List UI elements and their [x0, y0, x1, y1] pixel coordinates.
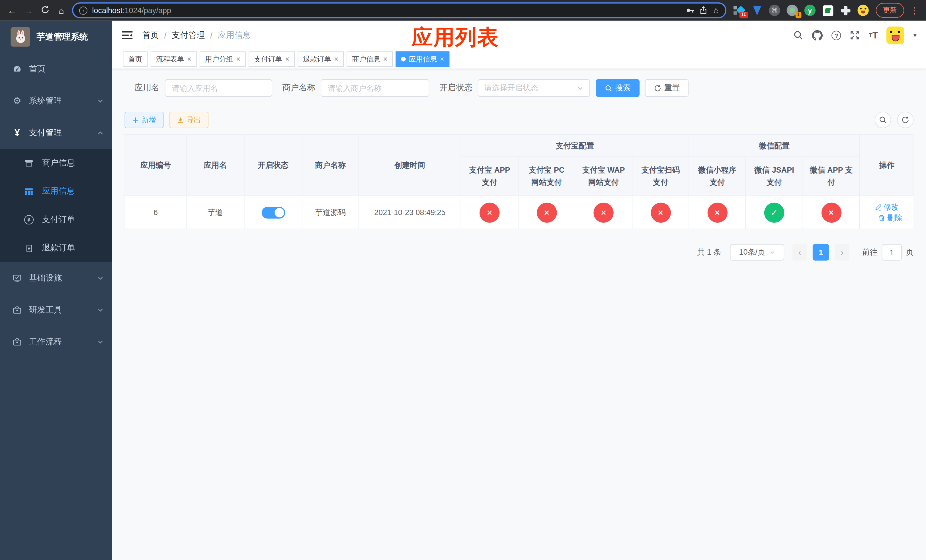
close-tab-icon[interactable]: × [236, 55, 241, 63]
sidebar-item-label: 基础设施 [29, 273, 97, 283]
current-page-button[interactable]: 1 [813, 244, 829, 260]
close-tab-icon[interactable]: × [285, 55, 290, 63]
cell-app-id: 6 [125, 196, 186, 229]
col-wechat-jsapi: 微信 JSAPI 支付 [746, 156, 803, 196]
sidebar-item-app-info[interactable]: 应用信息 [0, 177, 112, 206]
chevron-up-icon [97, 129, 104, 136]
close-tab-icon[interactable]: × [383, 55, 387, 63]
sidebar-item-label: 商户信息 [42, 158, 104, 168]
font-size-icon[interactable]: TT [869, 30, 878, 40]
close-tab-icon[interactable]: × [187, 55, 191, 63]
merchant-name-input[interactable] [321, 79, 430, 97]
status-select[interactable]: 请选择开启状态 [478, 79, 590, 97]
url-text: localhost:1024/pay/app [92, 6, 681, 15]
extensions-emoji-icon[interactable] [857, 5, 869, 16]
status-toggle[interactable] [262, 206, 285, 218]
goto-page-input[interactable] [882, 244, 902, 260]
chevron-down-icon [97, 275, 104, 282]
tab-home[interactable]: 首页 [123, 51, 147, 67]
app-name-input[interactable] [165, 79, 272, 97]
github-icon[interactable] [812, 30, 823, 41]
browser-menu-icon[interactable]: ⋮ [909, 5, 920, 16]
goto-suffix: 页 [906, 247, 914, 257]
col-alipay-wap: 支付宝 WAP 网站支付 [575, 156, 632, 196]
app-logo[interactable]: 芋道管理系统 [0, 21, 112, 53]
sidebar-item-infrastructure[interactable]: 基础设施 [0, 262, 112, 294]
col-app-name: 应用名 [186, 135, 244, 196]
breadcrumb-home[interactable]: 首页 [142, 30, 159, 41]
sidebar-item-payment-management[interactable]: ¥支付管理 [0, 117, 112, 149]
sidebar-item-workflow[interactable]: 工作流程 [0, 326, 112, 358]
add-button[interactable]: 新增 [125, 112, 164, 128]
tab-label: 退款订单 [303, 54, 331, 64]
close-tab-icon[interactable]: × [440, 55, 444, 63]
page-size-select[interactable]: 10条/页 [730, 244, 784, 260]
browser-home-icon[interactable]: ⌂ [56, 5, 67, 15]
status-cross-icon: × [536, 202, 557, 222]
sidebar-item-merchant-info[interactable]: 商户信息 [0, 149, 112, 177]
extensions-bar: 10 ⌘ 1 y [731, 5, 872, 16]
tab-label: 商户信息 [352, 54, 380, 64]
status-check-icon: ✓ [764, 202, 784, 222]
browser-update-button[interactable]: 更新 [876, 3, 904, 18]
sidebar-collapse-icon[interactable] [122, 30, 133, 41]
sidebar-item-home[interactable]: 首页 [0, 53, 112, 85]
tab-process-form[interactable]: 流程表单× [151, 51, 197, 67]
sidebar-item-dev-tools[interactable]: 研发工具 [0, 294, 112, 326]
extensions-puzzle-icon[interactable] [840, 5, 851, 16]
tab-refund-order[interactable]: 退款订单× [298, 51, 344, 67]
next-page-button[interactable]: › [835, 244, 849, 260]
extensions-kite-icon[interactable] [751, 5, 762, 16]
fullscreen-icon[interactable] [850, 30, 860, 40]
help-icon[interactable]: ? [832, 30, 841, 40]
cell-actions: 修改 删除 [859, 196, 914, 229]
document-icon [24, 244, 34, 253]
tab-user-group[interactable]: 用户分组× [200, 51, 246, 67]
extensions-command-icon[interactable]: ⌘ [769, 5, 780, 16]
browser-back-icon[interactable]: ← [6, 5, 18, 15]
tab-label: 用户分组 [205, 54, 233, 64]
sidebar-item-label: 工作流程 [29, 337, 97, 347]
avatar-caret-icon[interactable]: ▾ [913, 31, 916, 39]
yen-circle-icon: ¥ [24, 215, 34, 224]
extensions-diamond-icon[interactable]: 10 [734, 5, 744, 16]
breadcrumb-app-info: 应用信息 [218, 30, 251, 41]
breadcrumb-payment[interactable]: 支付管理 [172, 30, 205, 41]
store-icon [24, 158, 34, 168]
app-table: 应用编号 应用名 开启状态 商户名称 创建时间 支付宝配置 微信配置 操作 支付… [125, 134, 914, 229]
col-alipay-app: 支付宝 APP 支付 [461, 156, 518, 196]
user-avatar[interactable] [887, 26, 904, 44]
delete-button[interactable]: 删除 [878, 212, 902, 223]
close-tab-icon[interactable]: × [334, 55, 339, 63]
status-cross-icon: × [593, 202, 614, 222]
extensions-record-icon[interactable]: 1 [787, 5, 798, 16]
prev-page-button[interactable]: ‹ [793, 244, 807, 260]
search-icon[interactable] [793, 30, 803, 40]
search-button[interactable]: 搜索 [596, 79, 640, 97]
browser-forward-icon[interactable]: → [23, 5, 34, 15]
extensions-chat-icon[interactable] [822, 5, 833, 16]
site-info-icon[interactable]: i [79, 6, 88, 15]
refresh-button[interactable] [897, 112, 914, 128]
reset-button[interactable]: 重置 [645, 79, 688, 97]
toggle-search-button[interactable] [875, 112, 891, 128]
table-row: 6 芋道 芋道源码 2021-10-23 08:49:25 × × × × × [125, 196, 914, 229]
status-cross-icon: × [480, 202, 500, 222]
share-icon[interactable] [699, 6, 708, 15]
tab-merchant-info[interactable]: 商户信息× [347, 51, 393, 67]
monitor-icon [12, 274, 22, 283]
browser-reload-icon[interactable] [39, 5, 51, 16]
extensions-y-icon[interactable]: y [804, 5, 816, 16]
sidebar-item-label: 系统管理 [29, 96, 97, 106]
address-bar[interactable]: i localhost:1024/pay/app ☆ [72, 2, 726, 18]
sidebar-item-payment-order[interactable]: ¥支付订单 [0, 206, 112, 234]
edit-button[interactable]: 修改 [875, 202, 899, 212]
export-button[interactable]: 导出 [169, 112, 209, 128]
sidebar-submenu: 商户信息应用信息¥支付订单退款订单 [0, 149, 112, 262]
bookmark-star-icon[interactable]: ☆ [713, 6, 719, 15]
tab-app-info[interactable]: 应用信息× [396, 51, 449, 67]
sidebar-item-system-management[interactable]: ⚙系统管理 [0, 85, 112, 117]
sidebar-item-refund-order[interactable]: 退款订单 [0, 234, 112, 262]
tab-payment-order[interactable]: 支付订单× [248, 51, 295, 67]
password-key-icon[interactable] [686, 6, 695, 15]
